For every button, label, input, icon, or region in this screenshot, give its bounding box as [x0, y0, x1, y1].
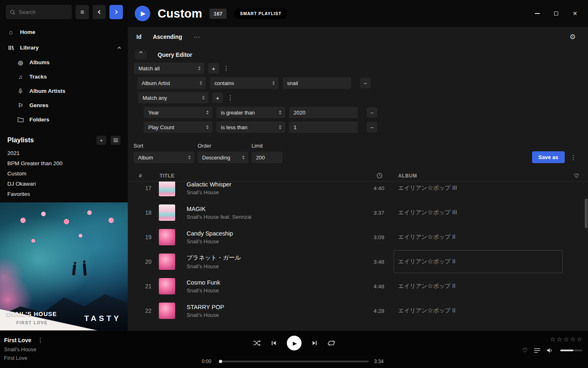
- table-row[interactable]: 18 MAGIK Snail's House feat. Sennzai 3:3…: [128, 200, 588, 225]
- remove-rule-button[interactable]: −: [367, 122, 377, 132]
- scrollbar-thumb[interactable]: [585, 199, 588, 228]
- volume-button[interactable]: [547, 348, 554, 353]
- star-icon[interactable]: ☆: [570, 336, 575, 343]
- table-row[interactable]: 22 STARRY POP Snail's House 4:28 エイリアン☆ポ…: [128, 298, 588, 323]
- group-menu-button[interactable]: ⋮: [223, 65, 229, 72]
- queue-button[interactable]: [534, 348, 540, 353]
- rule-operator-select[interactable]: is less than: [216, 121, 285, 133]
- limit-input[interactable]: [252, 152, 283, 163]
- sidebar-item-albums[interactable]: ◎ Albums: [0, 55, 128, 70]
- track-artist[interactable]: Snail's House: [187, 189, 347, 195]
- star-icon[interactable]: ☆: [557, 336, 562, 343]
- collapse-query-editor-button[interactable]: [135, 50, 147, 59]
- sort-field-button[interactable]: Id: [136, 34, 141, 40]
- column-number[interactable]: #: [128, 173, 153, 179]
- toolbar-more-button[interactable]: ⋯: [194, 33, 200, 41]
- add-playlist-button[interactable]: +: [96, 136, 106, 145]
- track-artist[interactable]: Snail's House feat. Sennzai: [187, 214, 347, 220]
- search-input[interactable]: [19, 9, 68, 15]
- track-number: 18: [128, 209, 153, 216]
- seek-handle[interactable]: [219, 360, 222, 363]
- table-row[interactable]: 19 Candy Spaceship Snail's House 3:09 エイ…: [128, 225, 588, 249]
- track-album-link[interactable]: エイリアン☆ポップ II: [384, 307, 568, 314]
- rule-value-input[interactable]: [289, 107, 358, 118]
- repeat-button[interactable]: [328, 340, 335, 346]
- table-row[interactable]: 21 Cosmo Funk Snail's House 4:48 エイリアン☆ポ…: [128, 274, 588, 298]
- add-rule-button[interactable]: +: [212, 92, 223, 103]
- order-group: Order Descending: [198, 143, 248, 163]
- star-icon[interactable]: ☆: [577, 336, 582, 343]
- track-artist[interactable]: Snail's House: [187, 287, 347, 294]
- sort-direction-button[interactable]: Ascending: [153, 34, 182, 40]
- sidebar-item-album-artists[interactable]: Album Artists: [0, 84, 128, 98]
- previous-button[interactable]: [271, 340, 277, 346]
- column-title[interactable]: TITLE: [153, 173, 347, 179]
- rule-value-input[interactable]: [283, 77, 351, 89]
- save-as-button[interactable]: Save as: [532, 151, 565, 163]
- sidebar-item-library[interactable]: Library: [0, 40, 128, 55]
- match-select[interactable]: Match all: [134, 63, 204, 74]
- duration-column-clock-icon[interactable]: [376, 173, 384, 179]
- query-menu-button[interactable]: ⋮: [570, 154, 577, 161]
- now-playing-menu-button[interactable]: ⋮: [37, 337, 44, 344]
- rule-field-select[interactable]: Album Artist: [137, 77, 206, 89]
- next-button[interactable]: [312, 340, 318, 346]
- playlists-header: Playlists +: [7, 136, 120, 145]
- remove-rule-button[interactable]: −: [367, 107, 377, 118]
- minimize-button[interactable]: [534, 10, 541, 17]
- track-album-link-focused[interactable]: エイリアン☆ポップ II: [394, 250, 563, 273]
- back-button[interactable]: [93, 5, 106, 19]
- rule-operator-select[interactable]: contains: [210, 77, 278, 89]
- settings-button[interactable]: ⚙: [570, 33, 576, 41]
- track-album-link[interactable]: エイリアン☆ポップ II: [384, 283, 568, 290]
- table-row[interactable]: 20 プラネット・ガール Snail's House 3:48 エイリアン☆ポッ…: [128, 249, 588, 274]
- track-artist[interactable]: Snail's House: [187, 238, 347, 245]
- volume-slider[interactable]: [560, 350, 582, 351]
- close-button[interactable]: ✕: [572, 10, 578, 17]
- sidebar-item-genres[interactable]: ⚐ Genres: [0, 98, 128, 112]
- seek-bar[interactable]: [219, 361, 369, 362]
- playlist-item[interactable]: 2021: [0, 148, 128, 158]
- star-icon[interactable]: ☆: [564, 336, 569, 343]
- track-artist[interactable]: Snail's House: [187, 312, 347, 318]
- shuffle-button[interactable]: [253, 340, 261, 346]
- playlist-item[interactable]: Favorites: [0, 189, 128, 199]
- rule-value-input[interactable]: [289, 121, 358, 133]
- remove-rule-button[interactable]: −: [360, 78, 371, 88]
- order-select[interactable]: Descending: [198, 152, 248, 163]
- favorite-button[interactable]: ♡: [522, 347, 528, 354]
- rule-field-select[interactable]: Year: [144, 107, 212, 118]
- sort-select[interactable]: Album: [134, 152, 194, 163]
- rule-field-select[interactable]: Play Count: [144, 121, 212, 133]
- star-icon[interactable]: ☆: [550, 336, 555, 343]
- table-row[interactable]: 17 Galactic Whisper Snail's House 4:40 エ…: [128, 182, 588, 200]
- sidebar-item-tracks[interactable]: ♫ Tracks: [0, 70, 128, 84]
- maximize-button[interactable]: [553, 10, 559, 17]
- track-album-link[interactable]: エイリアン☆ポップ III: [384, 184, 568, 192]
- playlist-list-button[interactable]: [111, 136, 120, 145]
- play-playlist-button[interactable]: ▶: [135, 6, 150, 21]
- now-playing-artist[interactable]: Snail's House: [4, 346, 44, 352]
- track-artist[interactable]: Snail's House: [187, 263, 347, 269]
- track-album-link[interactable]: エイリアン☆ポップ III: [384, 209, 568, 216]
- playlist-item[interactable]: Custom: [0, 168, 128, 179]
- artwork-album-text: FIRST LOVE: [16, 320, 48, 325]
- collapse-library-icon[interactable]: [118, 46, 121, 49]
- play-pause-button[interactable]: ▶: [287, 336, 302, 350]
- search-box[interactable]: [6, 5, 72, 19]
- now-playing-album[interactable]: First Love: [4, 355, 44, 361]
- track-number: 20: [128, 258, 153, 265]
- rule-operator-select[interactable]: is greater than: [216, 107, 285, 118]
- column-album[interactable]: ALBUM: [384, 173, 568, 179]
- menu-button[interactable]: ≡: [76, 5, 89, 19]
- forward-button[interactable]: [109, 5, 123, 19]
- sidebar-item-home[interactable]: ⌂ Home: [0, 24, 128, 40]
- favorite-column-heart-icon[interactable]: ♡: [574, 173, 579, 179]
- playlist-item[interactable]: BPM Greater than 200: [0, 158, 128, 168]
- playlist-item[interactable]: DJ Okawari: [0, 179, 128, 189]
- match-select[interactable]: Match any: [138, 92, 208, 103]
- add-rule-button[interactable]: +: [208, 63, 219, 74]
- group-menu-button[interactable]: ⋮: [227, 94, 234, 101]
- track-album-link[interactable]: エイリアン☆ポップ II: [384, 233, 568, 241]
- sidebar-item-folders[interactable]: Folders: [0, 112, 128, 127]
